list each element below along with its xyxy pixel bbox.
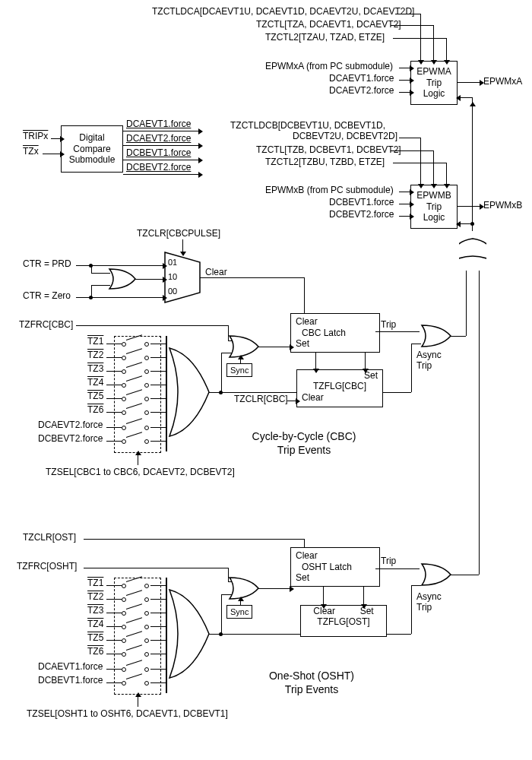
osht-tz2: TZ2	[87, 591, 103, 602]
epwmb-reg1: TZCTLDCB[DCBEVT1U, DCBEVT1D,	[230, 120, 385, 131]
epwmb-out: EPWMxB	[483, 200, 522, 211]
dc-title-3: Submodule	[69, 154, 116, 165]
osht-dcb: DCBEVT1.force	[38, 675, 103, 686]
osht-async2: Trip	[416, 602, 432, 613]
cbc-dcb: DCBEVT2.force	[38, 433, 103, 444]
mux-tzclr: TZCLR[CBCPULSE]	[137, 228, 220, 239]
osht-sync: Sync	[230, 607, 249, 616]
cbc-tz4: TZ4	[87, 377, 103, 388]
cbc-tz3: TZ3	[87, 363, 103, 374]
mux-01: 01	[168, 258, 177, 267]
osht-tzfrc: TZFRC[OSHT]	[17, 561, 77, 572]
dc-out2: DCAEVT2.force	[126, 133, 191, 144]
epwma-in-f2: DCAEVT2.force	[329, 85, 394, 96]
mux-00: 00	[168, 287, 177, 296]
epwmb-reg1b: DCBEVT2U, DCBEVT2D]	[293, 131, 397, 141]
osht-trip: Trip	[381, 556, 396, 566]
or-gate-cbc-trip-icon	[419, 324, 452, 348]
dc-out1: DCAEVT1.force	[126, 119, 191, 129]
epwma-reg1: TZCTLDCA[DCAEVT1U, DCAEVT1D, DCAEVT2U, D…	[152, 6, 414, 17]
osht-tz1: TZ1	[87, 578, 103, 588]
cbc-title: Cycle-by-Cycle (CBC) Trip Events	[228, 429, 380, 457]
or-gate-cbc-sw-icon	[166, 347, 211, 438]
mux-out: Clear	[205, 267, 227, 277]
epwmb-box: EPWMB Trip Logic	[410, 185, 458, 229]
osht-latch-l2: OSHT Latch	[296, 562, 352, 572]
mux-in-prd: CTR = PRD	[23, 258, 71, 269]
epwma-t3: Logic	[423, 88, 445, 99]
epwmb-in-epwm: EPWMxB (from PC submodule)	[265, 185, 394, 195]
cbc-latch-l2: CBC Latch	[296, 328, 346, 338]
osht-tzclr: TZCLR[OST]	[23, 532, 76, 543]
cbc-async2: Trip	[416, 360, 432, 371]
dc-in-tripx: TRIPx	[23, 131, 48, 141]
cbc-tzclr: TZCLR[CBC]	[234, 394, 288, 404]
cbc-sync-box: Sync	[226, 363, 252, 377]
epwmb-t2: Trip	[426, 201, 442, 212]
osht-flag-name: TZFLG[OST]	[317, 616, 369, 627]
cbc-tzsel: TZSEL[CBC1 to CBC6, DCAEVT2, DCBEVT2]	[46, 467, 235, 477]
epwma-t1: EPWMA	[416, 66, 451, 77]
epwma-reg2: TZCTL[TZA, DCAEVT1, DCAEVT2]	[256, 19, 401, 30]
dc-out3: DCBEVT1.force	[126, 147, 191, 158]
cbc-tz6: TZ6	[87, 404, 103, 415]
or-gate-big-icon	[459, 228, 486, 274]
mux-10: 10	[168, 272, 177, 281]
epwma-in-epwm: EPWMxA (from PC submodule)	[265, 61, 393, 71]
cbc-flag-box: Set TZFLG[CBC] Clear	[296, 369, 383, 407]
osht-tz3: TZ3	[87, 605, 103, 616]
osht-switch-group	[114, 578, 161, 695]
osht-async: Async	[416, 591, 442, 602]
epwmb-t3: Logic	[423, 212, 445, 223]
or-gate-osht-sw-icon	[166, 588, 211, 679]
or-gate-mux-icon	[106, 268, 137, 290]
osht-tz5: TZ5	[87, 632, 103, 643]
osht-tz4: TZ4	[87, 619, 103, 629]
cbc-flag-clear: Clear	[302, 392, 324, 403]
epwma-t2: Trip	[426, 78, 442, 88]
osht-dca: DCAEVT1.force	[38, 661, 103, 672]
epwma-box: EPWMA Trip Logic	[410, 61, 458, 105]
cbc-dca: DCAEVT2.force	[38, 420, 103, 430]
cbc-latch-l1: Clear	[296, 316, 318, 327]
mux-in-zero: CTR = Zero	[23, 290, 71, 301]
epwmb-reg3: TZCTL2[TZBU, TZBD, ETZE]	[265, 157, 385, 167]
cbc-trip: Trip	[381, 319, 396, 330]
epwma-in-f1: DCAEVT1.force	[329, 73, 394, 84]
dc-submodule-box: Digital Compare Submodule	[61, 125, 123, 173]
osht-flag-box: Clear Set TZFLG[OST]	[300, 605, 387, 637]
cbc-switch-group	[114, 336, 161, 453]
cbc-tzfrc: TZFRC[CBC]	[19, 319, 73, 330]
epwmb-in-f2: DCBEVT2.force	[329, 209, 394, 220]
cbc-latch-l3: Set	[296, 338, 309, 349]
epwmb-reg2: TZCTL[TZB, DCBEVT1, DCBEVT2]	[256, 144, 401, 155]
cbc-latch-box: Clear CBC Latch Set	[290, 313, 380, 353]
dc-in-tzx: TZx	[23, 146, 39, 157]
cbc-sync: Sync	[230, 366, 249, 375]
dc-out4: DCBEVT2.force	[126, 162, 191, 173]
dc-title-1: Digital	[79, 132, 104, 143]
epwma-out: EPWMxA	[483, 76, 522, 87]
osht-title: One-Shot (OSHT) Trip Events	[236, 669, 388, 696]
epwma-reg3: TZCTL2[TZAU, TZAD, ETZE]	[265, 32, 385, 43]
cbc-tz2: TZ2	[87, 350, 103, 360]
cbc-async: Async	[416, 350, 442, 360]
osht-latch-box: Clear OSHT Latch Set	[290, 547, 380, 587]
osht-tz6: TZ6	[87, 646, 103, 657]
osht-latch-l3: Set	[296, 572, 309, 583]
epwmb-in-f1: DCBEVT1.force	[329, 197, 394, 207]
cbc-tz1: TZ1	[87, 336, 103, 347]
cbc-tz5: TZ5	[87, 391, 103, 401]
epwmb-t1: EPWMB	[416, 190, 451, 201]
osht-sync-box: Sync	[226, 605, 252, 619]
dc-title-2: Compare	[73, 144, 110, 154]
osht-tzsel: TZSEL[OSHT1 to OSHT6, DCAEVT1, DCBEVT1]	[27, 708, 228, 719]
osht-latch-l1: Clear	[296, 550, 318, 561]
or-gate-osht-trip-icon	[419, 562, 452, 587]
cbc-flag-name: TZFLG[CBC]	[313, 381, 366, 391]
